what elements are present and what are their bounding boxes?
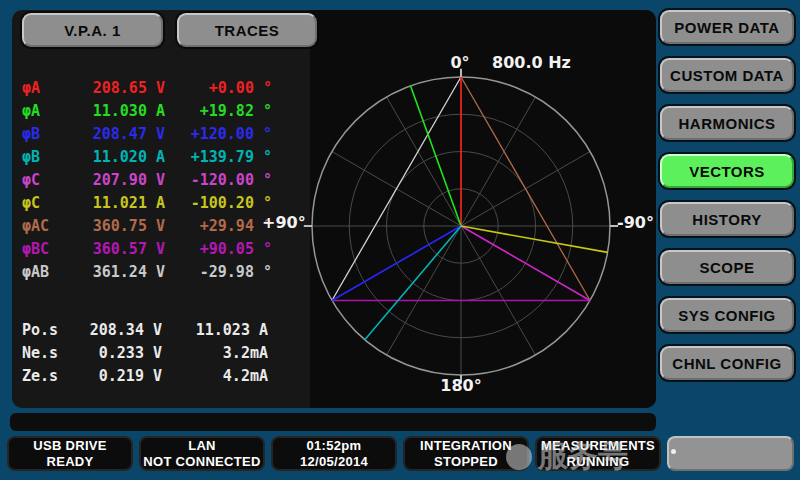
- watermark-dot: [671, 449, 676, 454]
- status-line2: STOPPED: [434, 454, 498, 470]
- message-bar: [10, 413, 656, 431]
- phase-angle: +19.82 °: [165, 102, 272, 120]
- status-line1: INTEGRATION: [420, 438, 512, 454]
- plot-angle-label-bottom: 180°: [434, 376, 488, 395]
- sequence-current: 4.2mA: [162, 367, 268, 385]
- phase-label: φC: [22, 171, 72, 189]
- line-voltage-vector-VAC: [461, 77, 590, 301]
- phase-value: 208.65 V: [72, 79, 165, 97]
- power-analyzer-screen: V.P.A. 1 TRACES φA 208.65 V +0.00 ° φA 1…: [0, 0, 800, 480]
- status-line1: 01:52pm: [307, 438, 362, 454]
- phase-value: 360.75 V: [72, 217, 165, 235]
- sequence-current: 3.2mA: [162, 344, 268, 362]
- phase-angle: +29.94 °: [165, 217, 272, 235]
- menu-button-chnl-config[interactable]: CHNL CONFIG: [660, 346, 794, 380]
- status-line2: NOT CONNECTED: [143, 454, 260, 470]
- sequence-current: 11.023 A: [162, 321, 268, 339]
- sequence-voltage: 0.233 V: [72, 344, 162, 362]
- plot-angle-label-left: +90°: [262, 213, 304, 232]
- status-measurements[interactable]: MEASUREMENTS RUNNING: [535, 436, 661, 471]
- phase-label: φAB: [22, 263, 72, 281]
- sequence-voltage: 208.34 V: [72, 321, 162, 339]
- line-voltage-vector-VAB: [332, 77, 461, 301]
- sequence-summary-table: Po.s 208.34 V 11.023 A Ne.s 0.233 V 3.2m…: [22, 318, 268, 387]
- table-row: φA 208.65 V +0.00 °: [22, 76, 272, 99]
- menu-button-power-data[interactable]: POWER DATA: [660, 10, 794, 44]
- status-bar: USB DRIVE READY LAN NOT CONNECTED 01:52p…: [7, 436, 794, 471]
- phase-value: 361.24 V: [72, 263, 165, 281]
- phase-angle: +120.00 °: [165, 125, 272, 143]
- status-line2: READY: [46, 454, 93, 470]
- phase-label: φBC: [22, 240, 72, 258]
- phase-value: 11.021 A: [72, 194, 165, 212]
- table-row: φBC 360.57 V +90.05 °: [22, 237, 272, 260]
- table-row: φB 11.020 A +139.79 °: [22, 145, 272, 168]
- menu-button-sys-config[interactable]: SYS CONFIG: [660, 298, 794, 332]
- sequence-voltage: 0.219 V: [72, 367, 162, 385]
- table-row: φA 11.030 A +19.82 °: [22, 99, 272, 122]
- phase-measurement-table: φA 208.65 V +0.00 ° φA 11.030 A +19.82 °…: [22, 76, 272, 283]
- blank-soft-key[interactable]: [667, 436, 794, 471]
- vector-IB: [365, 226, 461, 340]
- frequency-readout: 800.0 Hz: [492, 53, 571, 72]
- phase-angle: -100.20 °: [165, 194, 272, 212]
- status-line2: 12/05/2014: [300, 454, 368, 470]
- phase-angle: -29.98 °: [165, 263, 272, 281]
- menu-button-history[interactable]: HISTORY: [660, 202, 794, 236]
- phase-label: φA: [22, 102, 72, 120]
- vpa-select-button[interactable]: V.P.A. 1: [22, 13, 163, 47]
- phase-value: 11.030 A: [72, 102, 165, 120]
- status-line1: LAN: [188, 438, 216, 454]
- phase-label: φA: [22, 79, 72, 97]
- phase-angle: +139.79 °: [165, 148, 272, 166]
- vector-VB: [332, 226, 461, 301]
- menu-button-harmonics[interactable]: HARMONICS: [660, 106, 794, 140]
- table-row: φB 208.47 V +120.00 °: [22, 122, 272, 145]
- plot-angle-label-top: 0°: [430, 53, 490, 72]
- phase-value: 207.90 V: [72, 171, 165, 189]
- plot-angle-label-right: -90°: [617, 213, 661, 232]
- table-row: Po.s 208.34 V 11.023 A: [22, 318, 268, 341]
- status-line2: RUNNING: [567, 454, 630, 470]
- status-usb-drive[interactable]: USB DRIVE READY: [7, 436, 133, 471]
- status-lan[interactable]: LAN NOT CONNECTED: [139, 436, 265, 471]
- status-line1: USB DRIVE: [33, 438, 107, 454]
- sequence-label: Ze.s: [22, 367, 72, 385]
- phase-angle: +0.00 °: [165, 79, 272, 97]
- table-row: φAC 360.75 V +29.94 °: [22, 214, 272, 237]
- menu-button-custom-data[interactable]: CUSTOM DATA: [660, 58, 794, 92]
- phase-label: φAC: [22, 217, 72, 235]
- table-row: Ne.s 0.233 V 3.2mA: [22, 341, 268, 364]
- table-row: φC 11.021 A -100.20 °: [22, 191, 272, 214]
- vector-IA: [410, 86, 461, 226]
- status-line1: MEASUREMENTS: [541, 438, 655, 454]
- table-row: φAB 361.24 V -29.98 °: [22, 260, 272, 283]
- phase-value: 208.47 V: [72, 125, 165, 143]
- traces-button[interactable]: TRACES: [177, 13, 317, 47]
- sequence-label: Ne.s: [22, 344, 72, 362]
- sequence-label: Po.s: [22, 321, 72, 339]
- phase-label: φB: [22, 148, 72, 166]
- phase-angle: -120.00 °: [165, 171, 272, 189]
- menu-button-vectors[interactable]: VECTORS: [660, 154, 794, 188]
- status-clock[interactable]: 01:52pm 12/05/2014: [271, 436, 397, 471]
- table-row: φC 207.90 V -120.00 °: [22, 168, 272, 191]
- phase-angle: +90.05 °: [165, 240, 272, 258]
- phase-value: 360.57 V: [72, 240, 165, 258]
- phase-value: 11.020 A: [72, 148, 165, 166]
- phase-label: φC: [22, 194, 72, 212]
- table-row: Ze.s 0.219 V 4.2mA: [22, 364, 268, 387]
- vector-plot: [296, 50, 626, 390]
- menu-button-scope[interactable]: SCOPE: [660, 250, 794, 284]
- phase-label: φB: [22, 125, 72, 143]
- status-integration[interactable]: INTEGRATION STOPPED: [403, 436, 529, 471]
- main-menu: POWER DATA CUSTOM DATA HARMONICS VECTORS…: [660, 10, 794, 394]
